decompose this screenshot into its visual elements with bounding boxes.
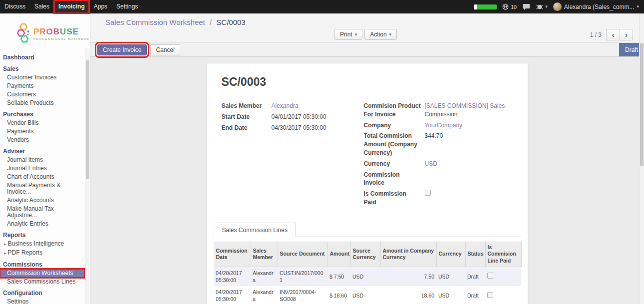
- menu-invoicing[interactable]: Invoicing: [54, 0, 89, 13]
- column-header-source-document[interactable]: Source Document: [278, 242, 327, 267]
- cell-status: Draft: [465, 267, 485, 286]
- sidebar-item-commission-worksheets[interactable]: Commission Worksheets: [0, 269, 85, 278]
- field-label-is-commission-paid: Is Commission Paid: [364, 190, 425, 207]
- table-row[interactable]: 04/20/2017 05:30:00 Alexandra INV/2017/0…: [214, 286, 521, 304]
- commission-lines-table: Commission Date Sales Member Source Docu…: [214, 242, 522, 304]
- menu-sales[interactable]: Sales: [30, 0, 54, 13]
- cancel-button[interactable]: Cancel: [150, 44, 180, 55]
- sidebar-item-analytic-entries[interactable]: Analytic Entries: [0, 220, 85, 228]
- main-scrollbar-thumb[interactable]: [640, 43, 644, 166]
- form-statusbar: Create Invoice Cancel Draft: [90, 42, 644, 57]
- sidebar-scrollbar[interactable]: [85, 48, 90, 304]
- sidebar-item-manual-payments[interactable]: Manual Payments & Invoice...: [0, 181, 85, 196]
- table-header-row: Commission Date Sales Member Source Docu…: [214, 242, 521, 267]
- create-invoice-button[interactable]: Create Invoice: [97, 44, 147, 55]
- field-label-commission-product: Commision Product For Invoice: [364, 102, 425, 119]
- cell-amount: $ 7.50: [327, 267, 350, 286]
- field-label-end-date: End Date: [222, 124, 272, 132]
- column-header-sales-member[interactable]: Sales Member: [251, 242, 278, 267]
- sidebar-item-sellable-products[interactable]: Sellable Products: [0, 99, 85, 107]
- breadcrumb-current: SC/0003: [216, 18, 245, 26]
- pager-previous-button[interactable]: [606, 29, 620, 40]
- menu-apps[interactable]: Apps: [89, 0, 112, 13]
- column-header-line-paid[interactable]: Is Commision Line Paid: [485, 242, 521, 267]
- sidebar-item-sales-commissions-lines[interactable]: Sales Commissions Lines: [0, 278, 85, 286]
- sidebar-section-configuration[interactable]: Configuration: [0, 289, 85, 298]
- caret-down-icon: [355, 32, 357, 37]
- tab-sales-commission-lines[interactable]: Sales Commission Lines: [214, 223, 296, 238]
- cell-line-paid: [485, 267, 521, 286]
- sidebar-item-dashboard[interactable]: Dashboard: [0, 53, 85, 62]
- sidebar-scrollbar-thumb[interactable]: [86, 60, 89, 179]
- field-label-start-date: Start Date: [222, 113, 272, 121]
- sidebar-section-adviser[interactable]: Adviser: [0, 147, 85, 156]
- sidebar-item-analytic-accounts[interactable]: Analytic Accounts: [0, 196, 85, 205]
- avatar: [553, 2, 562, 11]
- sidebar-item-customer-invoices[interactable]: Customer Invoices: [0, 73, 85, 82]
- breadcrumb-parent-link[interactable]: Sales Commission Worksheet: [105, 18, 205, 26]
- sidebar-item-manual-tax-adjustment[interactable]: Make Manual Tax Adjustme...: [0, 205, 85, 220]
- cell-source-document: INV/2017/0004-SO008: [278, 286, 327, 304]
- end-date-value: 04/30/2017 05:30:00: [272, 124, 344, 132]
- breadcrumb: Sales Commission Worksheet / SC/0003: [105, 18, 637, 26]
- sidebar-item-chart-of-accounts[interactable]: Chart of Accounts: [0, 173, 85, 181]
- field-group-left: Sales Member Alexandra Start Date 04/01/…: [222, 102, 344, 209]
- action-button[interactable]: Action: [364, 29, 397, 40]
- app-logo: PROBUSE PROFESSIONAL BUSINESS: [0, 13, 90, 50]
- cell-currency: USD: [436, 267, 465, 286]
- sidebar-item-business-intelligence[interactable]: Business Intelligence: [0, 240, 85, 249]
- line-paid-checkbox[interactable]: [487, 292, 493, 298]
- breadcrumb-separator: /: [210, 18, 212, 26]
- action-label: Action: [370, 31, 386, 38]
- column-header-amount[interactable]: Amount: [327, 242, 350, 267]
- line-paid-checkbox[interactable]: [487, 273, 493, 279]
- field-label-total-commission: Total Commision Amount (Company Currency…: [364, 132, 425, 157]
- control-panel: Sales Commission Worksheet / SC/0003 Pri…: [90, 13, 644, 42]
- menu-discuss[interactable]: Discuss: [0, 0, 30, 13]
- sidebar-section-purchases[interactable]: Purchases: [0, 110, 85, 119]
- sidebar-item-vendor-bills[interactable]: Vendor Bills: [0, 119, 85, 127]
- timer-progress-bar[interactable]: [474, 4, 497, 9]
- messages-icon[interactable]: [522, 3, 530, 10]
- pager-next-button[interactable]: [620, 29, 633, 40]
- column-header-currency[interactable]: Currency: [436, 242, 465, 267]
- column-header-source-currency[interactable]: Source Currency: [350, 242, 380, 267]
- currency-link[interactable]: USD: [425, 160, 513, 168]
- sidebar-section-sales[interactable]: Sales: [0, 65, 85, 73]
- column-header-status[interactable]: Status: [465, 242, 485, 267]
- sidebar-item-customers[interactable]: Customers: [0, 90, 85, 99]
- main-scrollbar[interactable]: [639, 13, 644, 304]
- logo-subtext: PROFESSIONAL BUSINESS: [33, 37, 89, 40]
- sales-member-link[interactable]: Alexandra: [272, 102, 344, 110]
- sidebar-item-journal-entries[interactable]: Journal Entries: [0, 164, 85, 173]
- cell-currency: USD: [436, 286, 465, 304]
- cell-commission-date: 04/20/2017 05:30:00: [214, 286, 251, 304]
- sidebar-section-commissions[interactable]: Commissions: [0, 261, 85, 269]
- is-commission-paid-checkbox[interactable]: [425, 190, 431, 196]
- caret-down-icon: [545, 4, 548, 9]
- commission-product-link[interactable]: [SALES COMMISSION] Sales: [425, 102, 505, 109]
- field-label-sales-member: Sales Member: [222, 102, 272, 110]
- sidebar-item-settings[interactable]: Settings: [0, 298, 85, 304]
- sidebar-item-vendors[interactable]: Vendors: [0, 136, 85, 144]
- cell-source-currency: USD: [350, 286, 380, 304]
- user-name: Alexandra (Sales_comm...: [564, 3, 635, 10]
- app-menu-bar: Discuss Sales Invoicing Apps Settings: [0, 0, 142, 13]
- cell-commission-date: 04/20/2017 05:30:00: [214, 267, 251, 286]
- sidebar-item-payments-purchase[interactable]: Payments: [0, 127, 85, 136]
- print-button[interactable]: Print: [334, 29, 362, 40]
- sidebar-item-payments[interactable]: Payments: [0, 82, 85, 90]
- company-link[interactable]: YourCompany: [425, 121, 513, 130]
- debug-menu[interactable]: [536, 4, 548, 10]
- column-header-commission-date[interactable]: Commission Date: [214, 242, 251, 267]
- activity-counter[interactable]: 10: [502, 3, 517, 10]
- column-header-amount-company[interactable]: Amount in Company Currency: [380, 242, 436, 267]
- sidebar-item-journal-items[interactable]: Journal Items: [0, 156, 85, 164]
- table-row[interactable]: 04/20/2017 05:30:00 Alexandra CUST.IN/20…: [214, 267, 521, 286]
- sidebar-item-pdf-reports[interactable]: PDF Reports: [0, 249, 85, 258]
- record-pager: 1 / 3: [590, 29, 633, 40]
- menu-settings[interactable]: Settings: [112, 0, 142, 13]
- sidebar-item-label: Business Intelligence: [8, 240, 64, 247]
- user-menu[interactable]: Alexandra (Sales_comm...: [553, 2, 639, 11]
- sidebar-section-reports[interactable]: Reports: [0, 231, 85, 240]
